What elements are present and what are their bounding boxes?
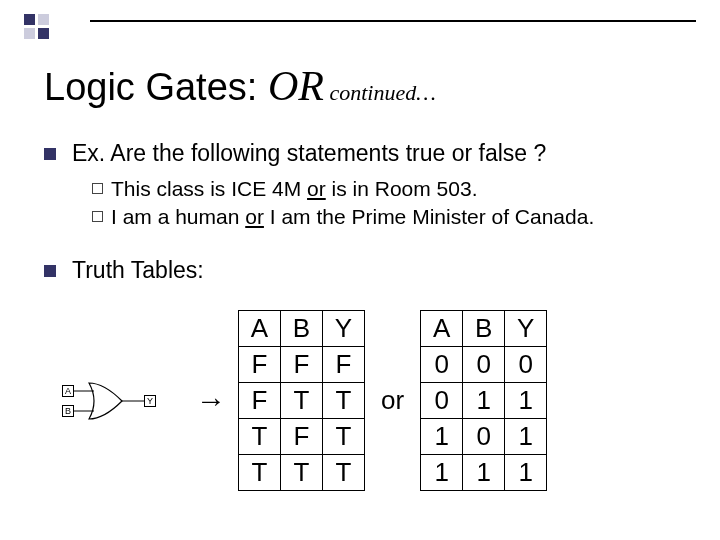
th: A (239, 311, 281, 347)
td: T (323, 419, 365, 455)
td: 1 (505, 419, 547, 455)
bullet-icon (44, 148, 56, 160)
sub-bullet-2: I am a human or I am the Prime Minister … (92, 205, 676, 229)
bullet-example-text: Ex. Are the following statements true or… (72, 140, 546, 167)
or-gate-icon (44, 361, 184, 441)
arrow-icon: → (196, 384, 226, 418)
sub-bullet-1: This class is ICE 4M or is in Room 503. (92, 177, 676, 201)
td: F (281, 347, 323, 383)
th: Y (323, 311, 365, 347)
th: B (463, 311, 505, 347)
title-plain: Logic Gates: (44, 66, 268, 108)
gate-input-b-label: B (62, 405, 74, 417)
tables-row: A B Y → A B Y F F F F T T T F (44, 310, 676, 491)
gate-input-a-label: A (62, 385, 74, 397)
td: 1 (421, 455, 463, 491)
sub-bullet-icon (92, 211, 103, 222)
title-italic: OR (268, 63, 324, 109)
td: 0 (463, 347, 505, 383)
td: 1 (463, 455, 505, 491)
th: Y (505, 311, 547, 347)
truth-table-binary: A B Y 0 0 0 0 1 1 1 0 1 1 1 1 (420, 310, 547, 491)
th: A (421, 311, 463, 347)
sub-bullet-icon (92, 183, 103, 194)
td: 0 (421, 383, 463, 419)
td: T (239, 455, 281, 491)
td: 0 (505, 347, 547, 383)
title-subscript: continued… (324, 80, 436, 105)
td: F (239, 383, 281, 419)
bullet-example: Ex. Are the following statements true or… (44, 140, 676, 167)
td: 1 (421, 419, 463, 455)
td: 0 (421, 347, 463, 383)
td: T (281, 383, 323, 419)
bullet-truth-tables: Truth Tables: (44, 257, 676, 284)
slide: Logic Gates: OR continued… Ex. Are the f… (0, 0, 720, 540)
td: 0 (463, 419, 505, 455)
sub-bullet-2-text: I am a human or I am the Prime Minister … (111, 205, 594, 229)
bullet-icon (44, 265, 56, 277)
td: F (281, 419, 323, 455)
slide-title: Logic Gates: OR continued… (44, 62, 436, 110)
td: T (239, 419, 281, 455)
gate-output-y-label: Y (144, 395, 156, 407)
content-area: Ex. Are the following statements true or… (44, 140, 676, 294)
td: T (281, 455, 323, 491)
td: 1 (505, 383, 547, 419)
or-gate-diagram: A B Y (44, 361, 184, 441)
td: 1 (505, 455, 547, 491)
bullet-truth-tables-text: Truth Tables: (72, 257, 204, 284)
divider (90, 20, 696, 22)
td: T (323, 383, 365, 419)
truth-table-tf: A B Y F F F F T T T F T T T T (238, 310, 365, 491)
or-separator: or (381, 385, 404, 416)
th: B (281, 311, 323, 347)
td: F (323, 347, 365, 383)
sub-bullet-list: This class is ICE 4M or is in Room 503. … (92, 177, 676, 229)
sub-bullet-1-text: This class is ICE 4M or is in Room 503. (111, 177, 477, 201)
corner-decoration (24, 14, 74, 39)
td: F (239, 347, 281, 383)
td: T (323, 455, 365, 491)
td: 1 (463, 383, 505, 419)
